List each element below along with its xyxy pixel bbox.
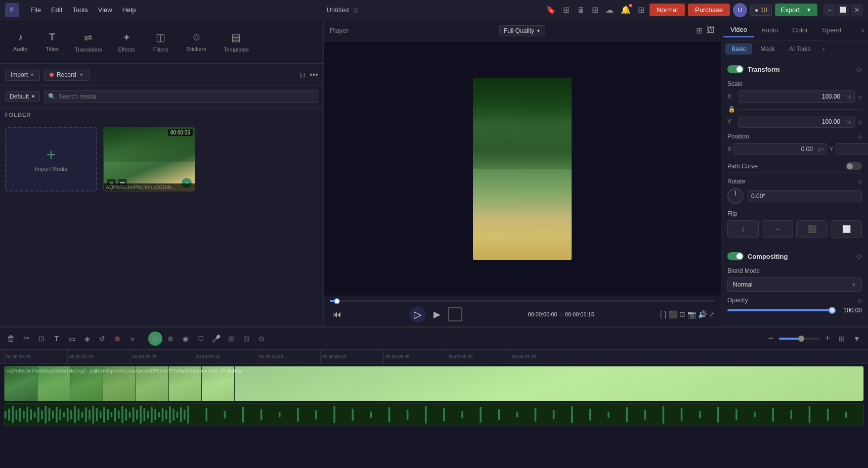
menu-view[interactable]: View — [93, 4, 117, 16]
tab-stickers[interactable]: ☺ Stickers — [178, 27, 215, 56]
tl-split-btn[interactable]: ⊕ — [163, 332, 178, 346]
progress-bar[interactable] — [330, 300, 715, 302]
tl-rect-btn[interactable]: ▭ — [65, 332, 79, 346]
tab-video[interactable]: Video — [723, 23, 754, 37]
tl-shield-btn[interactable]: 🛡 — [194, 332, 208, 346]
sub-tab-mask[interactable]: Mask — [754, 43, 781, 55]
grid-icon[interactable]: ⊞ — [590, 3, 600, 17]
tl-more-btn[interactable]: » — [125, 332, 140, 346]
flip-btn-3[interactable]: ⬛ — [796, 220, 828, 238]
compositing-toggle[interactable] — [727, 252, 744, 260]
notification-icon[interactable]: 🔔 — [619, 3, 633, 17]
user-avatar[interactable]: U — [733, 3, 747, 17]
tl-music-btn[interactable]: ⊞ — [224, 332, 238, 346]
path-curve-toggle[interactable] — [846, 162, 862, 170]
purchase-button[interactable]: Normal — [649, 4, 685, 16]
scale-x-input[interactable] — [739, 91, 843, 102]
tab-titles[interactable]: T Titles — [36, 27, 68, 56]
default-select[interactable]: Default ▼ — [5, 91, 40, 102]
tab-filters[interactable]: ◫ Filters — [144, 27, 178, 57]
blend-mode-select[interactable]: Normal ▼ — [727, 277, 862, 292]
tl-text-btn[interactable]: T — [50, 332, 64, 346]
stop-button[interactable] — [448, 307, 462, 321]
tab-audio[interactable]: ♪ Audio — [4, 27, 36, 56]
progress-thumb[interactable] — [334, 298, 340, 304]
tl-ai-btn[interactable]: ⊕ — [110, 332, 124, 346]
tl-crop-btn[interactable]: ⊡ — [34, 332, 49, 346]
zoom-minus-btn[interactable]: − — [765, 333, 777, 345]
flip-btn-4[interactable]: ⬜ — [831, 220, 862, 238]
media-item-clip1[interactable]: 00:00:06 🖥 📷 ✓ AQPbRsLknP0cDIXux3GUdv... — [103, 127, 195, 192]
tab-transitions[interactable]: ⇌ Transitions — [68, 27, 109, 57]
fullscreen-icon[interactable]: ⤢ — [709, 310, 715, 318]
menu-edit[interactable]: Edit — [46, 4, 67, 16]
transform-diamond[interactable]: ◇ — [856, 65, 862, 73]
zoom-thumb[interactable] — [798, 336, 804, 342]
opacity-slider[interactable] — [727, 309, 836, 311]
rotate-diamond[interactable]: ◇ — [858, 179, 862, 184]
tl-settings-btn[interactable]: ▼ — [850, 332, 864, 346]
tab-audio[interactable]: Audio — [754, 23, 785, 37]
flip-vertical-button[interactable]: ↕ — [727, 220, 759, 238]
compositing-diamond[interactable]: ◇ — [856, 252, 862, 260]
tab-templates[interactable]: ▤ Templates — [215, 27, 257, 57]
lock-icon[interactable]: 🔒 — [727, 106, 735, 113]
tl-blend-btn[interactable]: ⊟ — [239, 332, 253, 346]
opacity-thumb[interactable] — [829, 307, 836, 314]
zoom-plus-btn[interactable]: + — [821, 333, 834, 345]
video-track[interactable]: AQPbRsLknP0cDIXux3GUdv13kyCrgZ - pqlkhzm… — [4, 366, 864, 401]
tl-speed-btn[interactable]: ↺ — [95, 332, 109, 346]
volume-icon[interactable]: 🔊 — [698, 310, 707, 318]
sub-tab-basic[interactable]: Basic — [725, 43, 752, 55]
play-button[interactable]: ▶ — [430, 307, 444, 321]
opacity-diamond[interactable]: ◇ — [858, 298, 862, 303]
maximize-button[interactable]: ⬜ — [837, 4, 849, 16]
import-button[interactable]: Import ▼ — [5, 69, 40, 81]
search-input[interactable] — [44, 90, 318, 103]
tl-freeze-btn[interactable]: ◈ — [80, 332, 94, 346]
skip-back-button[interactable]: ⏮ — [330, 307, 344, 321]
grid-view-icon[interactable]: ⊞ — [696, 26, 703, 35]
image-icon[interactable]: 🖼 — [707, 26, 715, 35]
monitor-icon[interactable]: 🖥 — [575, 4, 587, 17]
zoom-slider-track[interactable] — [779, 338, 819, 340]
bookmark-icon[interactable]: 🔖 — [544, 3, 558, 17]
purchase-button-actual[interactable]: Purchase — [688, 4, 730, 16]
scale-x-diamond[interactable]: ◇ — [858, 94, 862, 100]
tl-marker-btn[interactable]: ◎ — [148, 332, 162, 346]
tab-color[interactable]: Color — [785, 23, 815, 37]
menu-help[interactable]: Help — [117, 4, 141, 16]
transform-toggle[interactable] — [727, 65, 744, 73]
more-options-icon[interactable]: ••• — [310, 70, 318, 79]
audio-track[interactable] — [4, 403, 864, 426]
record-button[interactable]: Record ▼ — [44, 69, 90, 81]
tl-record-btn[interactable]: ◉ — [179, 332, 193, 346]
close-button[interactable]: ✕ — [851, 4, 863, 16]
cloud-icon[interactable]: ☁ — [603, 3, 616, 17]
expand-icon[interactable]: ⊡ — [679, 310, 685, 318]
scale-y-input[interactable] — [739, 116, 843, 127]
tab-speed[interactable]: Speed — [815, 23, 848, 37]
export-button[interactable]: Export ▼ — [775, 4, 817, 16]
share-icon[interactable]: ⊞ — [561, 3, 572, 17]
rotate-dial[interactable] — [727, 188, 744, 204]
flip-horizontal-button[interactable]: ↔ — [762, 220, 793, 238]
pos-x-input[interactable] — [734, 144, 816, 155]
snapshot-icon[interactable]: 📷 — [687, 310, 696, 318]
menu-tools[interactable]: Tools — [67, 4, 93, 16]
layout-icon[interactable]: ⊞ — [636, 3, 646, 17]
export-clip-icon[interactable]: ⬛ — [669, 310, 677, 318]
filter-icon[interactable]: ⊟ — [299, 71, 306, 79]
minimize-button[interactable]: − — [823, 4, 836, 16]
tl-delete-btn[interactable]: 🗑 — [4, 332, 18, 346]
quality-select[interactable]: Full Quality ▼ — [499, 25, 545, 36]
menu-file[interactable]: File — [25, 4, 46, 16]
sub-tab-ai-tools[interactable]: AI Tools — [783, 43, 816, 55]
more-tabs-icon[interactable]: › — [859, 24, 866, 37]
position-diamond[interactable]: ◇ — [858, 134, 862, 139]
tl-mic-btn[interactable]: 🎤 — [209, 332, 223, 346]
import-media-item[interactable]: + Import Media — [5, 127, 97, 192]
tl-grid-btn[interactable]: ⊞ — [835, 332, 849, 346]
pos-y-input[interactable] — [836, 144, 868, 155]
tl-cut-btn[interactable]: ✂ — [19, 332, 33, 346]
